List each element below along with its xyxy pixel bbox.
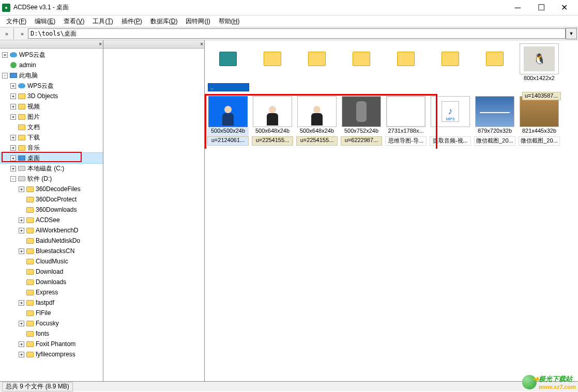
folder-item[interactable] — [251, 43, 294, 84]
expand-toggle-icon[interactable]: + — [19, 217, 24, 223]
folder-item[interactable] — [385, 43, 427, 84]
tree-item[interactable]: Express — [0, 287, 103, 297]
expand-toggle-icon[interactable]: + — [19, 228, 24, 233]
expand-toggle-icon[interactable]: + — [19, 186, 24, 192]
file-item[interactable]: 🐧800x1422x2 — [518, 43, 560, 84]
tree-item[interactable]: +本地磁盘 (C:) — [0, 163, 103, 174]
folder-item[interactable] — [474, 43, 516, 84]
file-item[interactable]: ♪MP3提取音频-视... — [429, 96, 471, 146]
menu-h[interactable]: 帮助(H) — [215, 16, 244, 27]
expand-toggle-icon[interactable]: + — [19, 341, 24, 347]
folder-tree-pane[interactable]: × +WPS云盘admin-此电脑+WPS云盘+3D Objects+视频+图片… — [0, 40, 103, 381]
folder-item[interactable] — [296, 43, 338, 84]
close-pane-icon[interactable]: × — [200, 41, 203, 47]
tree-label: CloudMusic — [36, 258, 68, 265]
expand-toggle-icon[interactable]: - — [2, 73, 8, 79]
file-item[interactable]: 500x752x24bu=6222987... — [340, 96, 383, 146]
menu-d[interactable]: 数据库(D) — [146, 16, 182, 27]
tree-item[interactable]: +fyfilecompress — [0, 349, 103, 359]
folder-icon — [486, 52, 504, 66]
path-input[interactable] — [28, 28, 566, 39]
tree-item[interactable]: -此电脑 — [0, 70, 103, 81]
expand-toggle-icon[interactable]: + — [10, 135, 16, 140]
tree-item[interactable]: 360DocProtect — [0, 194, 103, 205]
folder-icon — [18, 92, 26, 100]
path-dropdown-button[interactable]: ▼ — [566, 28, 577, 39]
thumbnail-image — [520, 96, 559, 127]
expand-toggle-icon[interactable]: + — [10, 93, 16, 99]
tree-item[interactable]: Download — [0, 266, 103, 277]
file-item[interactable]: 500x648x24bu=2254155... — [296, 96, 338, 146]
tree-label: BaiduNetdiskDo — [36, 237, 80, 244]
tree-item[interactable]: +下载 — [0, 132, 103, 143]
tree-item[interactable]: +fastpdf — [0, 297, 103, 308]
tree-label: 360DocProtect — [36, 196, 77, 203]
close-button[interactable]: ✕ — [553, 1, 576, 15]
file-item[interactable]: 500x648x24bu=2254155... — [251, 96, 294, 146]
toolbar-chevron-icon[interactable]: » — [1, 28, 12, 39]
expand-toggle-icon[interactable]: - — [10, 176, 16, 182]
folder-item[interactable] — [429, 43, 471, 84]
tree-item[interactable]: +WPS云盘 — [0, 81, 103, 91]
tree-label: WPS云盘 — [19, 51, 45, 59]
folder-item[interactable] — [340, 43, 383, 84]
expand-toggle-icon[interactable]: + — [19, 321, 24, 326]
close-pane-icon[interactable]: × — [99, 41, 102, 47]
tree-item[interactable]: +桌面 — [0, 153, 103, 163]
menu-e[interactable]: 编辑(E) — [31, 16, 59, 27]
folder-item[interactable] — [207, 43, 249, 84]
maximize-button[interactable]: ☐ — [529, 1, 553, 15]
menu-f[interactable]: 文件(F) — [2, 16, 31, 27]
expand-toggle-icon[interactable]: + — [10, 104, 16, 109]
tree-item[interactable]: +Foxit Phantom — [0, 339, 103, 349]
tree-item[interactable]: FlFile — [0, 308, 103, 318]
minimize-button[interactable]: ─ — [506, 1, 529, 15]
tree-item[interactable]: +AliWorkbenchD — [0, 225, 103, 236]
tree-item[interactable]: +3D Objects — [0, 91, 103, 101]
expand-toggle-icon[interactable]: + — [10, 83, 16, 89]
folder-icon — [26, 330, 34, 338]
expand-toggle-icon[interactable]: + — [10, 145, 16, 151]
menu-v[interactable]: 查看(V) — [59, 16, 88, 27]
file-item[interactable]: 2731x1788x...思维导图-导... — [385, 96, 427, 146]
folder-tree[interactable]: +WPS云盘admin-此电脑+WPS云盘+3D Objects+视频+图片文档… — [0, 49, 103, 360]
tree-item[interactable]: CloudMusic — [0, 256, 103, 266]
tree-item[interactable]: admin — [0, 60, 103, 70]
tree-item[interactable]: +BluestacksCN — [0, 246, 103, 256]
expand-toggle-icon[interactable]: + — [10, 114, 16, 120]
tree-item[interactable]: +视频 — [0, 101, 103, 112]
folder-icon — [26, 309, 34, 317]
menu-p[interactable]: 插件(P) — [117, 16, 146, 27]
tree-item[interactable]: +360DecodeFiles — [0, 184, 103, 194]
tree-label: 此电脑 — [19, 71, 38, 80]
tree-item[interactable]: fonts — [0, 328, 103, 339]
thumbnail-image — [386, 96, 425, 127]
tree-item[interactable]: +ACDSee — [0, 215, 103, 225]
toolbar-chevron2-icon[interactable]: » — [17, 28, 28, 39]
tree-item[interactable]: -软件 (D:) — [0, 174, 103, 184]
expand-toggle-icon[interactable]: + — [19, 352, 24, 357]
file-item[interactable]: 821x445x32b微信截图_20... — [518, 96, 560, 146]
expand-toggle-icon[interactable]: + — [10, 155, 16, 161]
tree-label: WPS云盘 — [27, 82, 54, 90]
tree-item[interactable]: Downloads — [0, 277, 103, 287]
tree-item[interactable]: +图片 — [0, 112, 103, 122]
expand-toggle-icon[interactable]: + — [2, 52, 8, 58]
file-item[interactable]: 500x500x24bu=2124061... — [207, 96, 249, 146]
expand-toggle-icon[interactable]: + — [10, 166, 16, 171]
file-item[interactable]: 879x720x32b微信截图_20... — [474, 96, 516, 146]
thumbnail-view[interactable]: 🐧800x1422x2 .. u=1403587... 500x500x24bu… — [205, 40, 578, 149]
tree-label: FlFile — [36, 309, 51, 317]
tree-item[interactable]: 文档 — [0, 122, 103, 132]
user-icon — [9, 61, 18, 69]
menu-i[interactable]: 因特网(I) — [181, 16, 214, 27]
expand-toggle-icon[interactable]: + — [19, 248, 24, 254]
tree-item[interactable]: 360Downloads — [0, 205, 103, 215]
expand-toggle-icon[interactable]: + — [19, 300, 24, 306]
tree-label: fastpdf — [36, 299, 54, 306]
tree-item[interactable]: +音乐 — [0, 143, 103, 153]
tree-item[interactable]: +WPS云盘 — [0, 50, 103, 60]
menu-t[interactable]: 工具(T) — [88, 16, 117, 27]
tree-item[interactable]: BaiduNetdiskDo — [0, 236, 103, 246]
tree-item[interactable]: +Focusky — [0, 318, 103, 328]
